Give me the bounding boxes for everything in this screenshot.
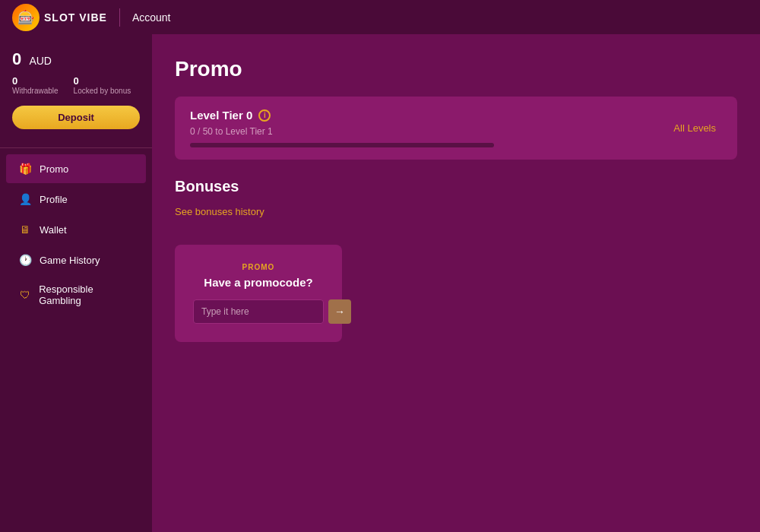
sidebar-nav: 🎁 Promo 👤 Profile 🖥 Wallet 🕐 Game Histor… xyxy=(0,154,152,314)
balance-value: 0 xyxy=(12,49,21,68)
promo-card: PROMO Have a promocode? → xyxy=(175,245,342,342)
profile-icon: 👤 xyxy=(18,192,32,206)
page-title: Promo xyxy=(175,57,737,81)
withdrawable-item: 0 Withdrawable xyxy=(12,75,59,95)
logo: 🎰 SLOT VIBE xyxy=(12,4,107,31)
level-tier-card: Level Tier 0 i 0 / 50 to Level Tier 1 Al… xyxy=(175,97,737,160)
sidebar-responsible-label: Responsible Gambling xyxy=(39,283,134,306)
withdrawable-label: Withdrawable xyxy=(12,87,59,95)
sidebar: 0 AUD 0 Withdrawable 0 Locked by bonus D… xyxy=(0,34,152,532)
balance-section: 0 AUD 0 Withdrawable 0 Locked by bonus D… xyxy=(0,49,152,141)
sidebar-promo-label: Promo xyxy=(40,163,68,175)
header: 🎰 SLOT VIBE Account xyxy=(0,0,760,34)
balance-currency: AUD xyxy=(29,55,52,67)
all-levels-button[interactable]: All Levels xyxy=(667,119,722,137)
promo-card-label: PROMO xyxy=(193,263,324,271)
balance-details: 0 Withdrawable 0 Locked by bonus xyxy=(12,75,140,95)
sidebar-wallet-label: Wallet xyxy=(40,224,67,236)
info-icon[interactable]: i xyxy=(258,109,271,122)
locked-label: Locked by bonus xyxy=(74,87,131,95)
sidebar-item-wallet[interactable]: 🖥 Wallet xyxy=(6,215,146,244)
level-tier-left: Level Tier 0 i 0 / 50 to Level Tier 1 xyxy=(190,109,667,147)
sidebar-item-responsible-gambling[interactable]: 🛡 Responsible Gambling xyxy=(6,276,146,314)
sidebar-item-game-history[interactable]: 🕐 Game History xyxy=(6,245,146,274)
wallet-icon: 🖥 xyxy=(18,223,32,236)
promo-submit-button[interactable]: → xyxy=(328,299,351,324)
header-account-label[interactable]: Account xyxy=(132,11,171,24)
promo-card-title: Have a promocode? xyxy=(193,276,324,289)
sidebar-divider xyxy=(0,147,152,148)
locked-value: 0 xyxy=(74,75,131,87)
main-content: Promo Level Tier 0 i 0 / 50 to Level Tie… xyxy=(152,34,760,532)
withdrawable-value: 0 xyxy=(12,75,59,87)
sidebar-item-promo[interactable]: 🎁 Promo xyxy=(6,154,146,183)
progress-bar-container xyxy=(190,143,494,147)
promo-input-row: → xyxy=(193,299,324,324)
logo-icon: 🎰 xyxy=(12,4,40,31)
locked-item: 0 Locked by bonus xyxy=(74,75,131,95)
balance-amount: 0 AUD xyxy=(12,49,140,69)
sidebar-game-history-label: Game History xyxy=(40,255,100,266)
see-bonuses-history-link[interactable]: See bonuses history xyxy=(175,206,264,217)
responsible-gambling-icon: 🛡 xyxy=(18,288,31,302)
level-tier-name: Level Tier 0 xyxy=(190,109,252,122)
bonuses-title: Bonuses xyxy=(175,178,737,195)
promo-code-input[interactable] xyxy=(193,299,324,324)
deposit-button[interactable]: Deposit xyxy=(12,106,140,129)
sidebar-item-profile[interactable]: 👤 Profile xyxy=(6,185,146,214)
level-tier-title: Level Tier 0 i xyxy=(190,109,667,122)
logo-text: SLOT VIBE xyxy=(44,11,107,24)
game-history-icon: 🕐 xyxy=(18,253,32,267)
level-tier-progress-text: 0 / 50 to Level Tier 1 xyxy=(190,126,667,137)
promo-icon: 🎁 xyxy=(18,162,32,176)
header-divider xyxy=(119,8,120,27)
submit-arrow-icon: → xyxy=(334,306,345,318)
layout: 0 AUD 0 Withdrawable 0 Locked by bonus D… xyxy=(0,34,760,532)
sidebar-profile-label: Profile xyxy=(40,194,68,205)
